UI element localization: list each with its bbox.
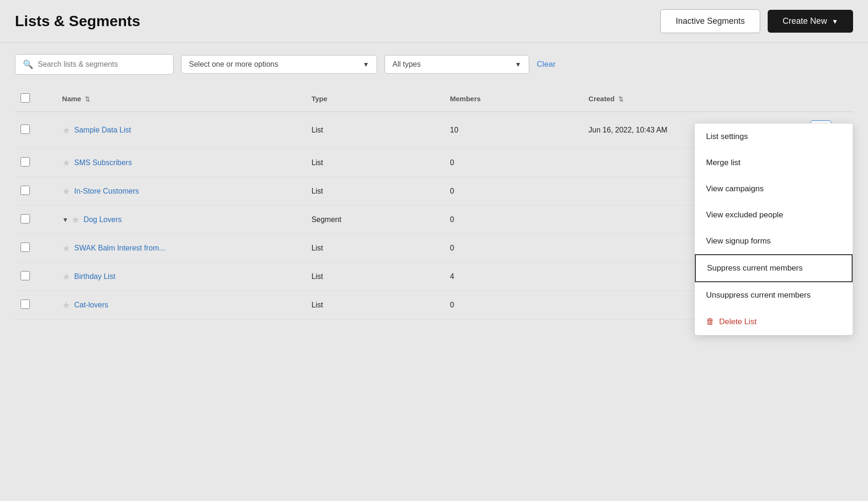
context-menu-item-label: Suppress current members: [707, 264, 803, 273]
row-members-cell: 0: [444, 206, 583, 234]
row-checkbox[interactable]: [21, 214, 30, 223]
row-name-cell: ★Birthday List: [56, 263, 306, 291]
chevron-down-icon: ▼: [363, 61, 369, 68]
context-menu-item-label: Delete List: [719, 317, 756, 327]
row-checkbox-cell: [15, 206, 56, 234]
page-header: Lists & Segments Inactive Segments Creat…: [0, 0, 868, 43]
row-name-cell: ▼★Dog Lovers: [56, 206, 306, 234]
context-menu-item-list-settings[interactable]: List settings: [695, 124, 853, 150]
row-name-link[interactable]: Sample Data List: [74, 126, 131, 134]
context-menu-item-delete-list[interactable]: 🗑Delete List: [695, 308, 853, 335]
row-type-cell: List: [306, 291, 444, 320]
row-name-cell: ★Sample Data List: [56, 112, 306, 149]
row-type-cell: List: [306, 263, 444, 291]
row-type-cell: List: [306, 177, 444, 206]
chevron-down-icon: ▼: [515, 61, 521, 68]
row-checkbox-cell: [15, 234, 56, 263]
header-members: Members: [444, 86, 583, 112]
header-type: Type: [306, 86, 444, 112]
row-checkbox[interactable]: [21, 125, 30, 134]
row-members-cell: 0: [444, 291, 583, 320]
options-dropdown[interactable]: Select one or more options ▼: [181, 55, 377, 74]
row-checkbox-cell: [15, 291, 56, 320]
row-type-cell: Segment: [306, 206, 444, 234]
row-name-link[interactable]: SMS Subscribers: [74, 159, 132, 167]
row-type-cell: List: [306, 112, 444, 149]
row-members-cell: 0: [444, 149, 583, 177]
row-members-cell: 0: [444, 234, 583, 263]
star-icon[interactable]: ★: [71, 214, 80, 225]
context-menu-item-view-excluded[interactable]: View excluded people: [695, 202, 853, 228]
sort-icon: ⇅: [618, 96, 623, 103]
star-icon[interactable]: ★: [62, 299, 70, 311]
search-box: 🔍: [15, 54, 174, 75]
context-menu-item-view-signup-forms[interactable]: View signup forms: [695, 228, 853, 254]
search-input[interactable]: [38, 60, 166, 69]
row-checkbox-cell: [15, 177, 56, 206]
inactive-segments-button[interactable]: Inactive Segments: [660, 9, 760, 33]
context-menu-item-label: Unsuppress current members: [706, 291, 811, 300]
star-icon[interactable]: ★: [62, 157, 70, 168]
row-type-cell: List: [306, 234, 444, 263]
row-members-cell: 4: [444, 263, 583, 291]
clear-filters-link[interactable]: Clear: [537, 60, 556, 69]
select-all-checkbox[interactable]: [21, 93, 30, 103]
row-name-cell: ★In-Store Customers: [56, 177, 306, 206]
context-menu-item-label: View excluded people: [706, 210, 783, 220]
row-checkbox[interactable]: [21, 186, 30, 195]
context-menu: List settingsMerge listView campaignsVie…: [694, 123, 853, 335]
row-checkbox-cell: [15, 149, 56, 177]
row-name-link[interactable]: SWAK Balm Interest from...: [74, 244, 165, 252]
table-header-row: Name ⇅ Type Members Created ⇅: [15, 86, 853, 112]
header-name[interactable]: Name ⇅: [56, 86, 306, 112]
row-name-link[interactable]: Cat-lovers: [74, 301, 108, 309]
context-menu-item-label: List settings: [706, 132, 748, 141]
row-checkbox[interactable]: [21, 271, 30, 280]
create-new-button[interactable]: Create New ▼: [768, 10, 853, 33]
header-actions: Inactive Segments Create New ▼: [660, 9, 853, 33]
row-members-cell: 0: [444, 177, 583, 206]
search-icon: 🔍: [23, 59, 33, 70]
context-menu-item-unsuppress-members[interactable]: Unsuppress current members: [695, 282, 853, 308]
row-checkbox[interactable]: [21, 243, 30, 252]
star-icon[interactable]: ★: [62, 243, 70, 254]
table-container: Name ⇅ Type Members Created ⇅ ★Sample Da…: [0, 86, 868, 320]
row-name-link[interactable]: In-Store Customers: [74, 187, 139, 195]
context-menu-item-suppress-members[interactable]: Suppress current members: [695, 254, 853, 282]
row-checkbox-cell: [15, 263, 56, 291]
row-name-cell: ★SMS Subscribers: [56, 149, 306, 177]
row-name-link[interactable]: Birthday List: [74, 272, 115, 281]
header-checkbox-cell: [15, 86, 56, 112]
header-created[interactable]: Created ⇅: [583, 86, 805, 112]
type-dropdown[interactable]: All types ▼: [385, 55, 529, 74]
chevron-down-icon: ▼: [832, 18, 838, 25]
sort-icon: ⇅: [85, 96, 90, 103]
row-type-cell: List: [306, 149, 444, 177]
row-checkbox-cell: [15, 112, 56, 149]
expand-chevron-icon[interactable]: ▼: [62, 216, 69, 223]
row-members-cell: 10: [444, 112, 583, 149]
row-name-link[interactable]: Dog Lovers: [84, 216, 122, 224]
context-menu-item-view-campaigns[interactable]: View campaigns: [695, 176, 853, 202]
star-icon[interactable]: ★: [62, 271, 70, 282]
star-icon[interactable]: ★: [62, 125, 70, 136]
row-checkbox[interactable]: [21, 157, 30, 167]
context-menu-item-merge-list[interactable]: Merge list: [695, 150, 853, 176]
page-title: Lists & Segments: [15, 13, 140, 30]
context-menu-item-label: View signup forms: [706, 237, 771, 246]
star-icon[interactable]: ★: [62, 186, 70, 197]
row-name-cell: ★SWAK Balm Interest from...: [56, 234, 306, 263]
row-name-cell: ★Cat-lovers: [56, 291, 306, 320]
trash-icon: 🗑: [706, 317, 714, 327]
header-action: [805, 86, 853, 112]
filter-bar: 🔍 Select one or more options ▼ All types…: [0, 43, 868, 86]
row-checkbox[interactable]: [21, 299, 30, 309]
context-menu-item-label: View campaigns: [706, 184, 763, 194]
context-menu-item-label: Merge list: [706, 158, 741, 167]
